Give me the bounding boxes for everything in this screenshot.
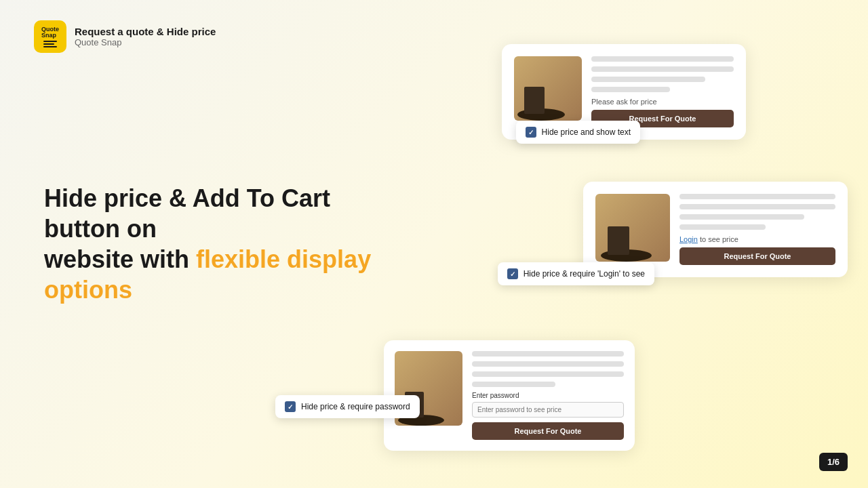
tooltip3-label: Hide price & require password bbox=[301, 402, 410, 411]
card1-price-text: Please ask for price bbox=[591, 98, 734, 106]
skeleton-line bbox=[472, 382, 555, 387]
card1-content: Please ask for price Request For Quote bbox=[591, 56, 734, 127]
skeleton-line bbox=[679, 214, 804, 220]
card1-product-image bbox=[514, 56, 582, 121]
app-subtitle: Quote Snap bbox=[75, 37, 216, 47]
skeleton-line bbox=[679, 224, 766, 230]
headline-line2-plain: website with bbox=[44, 245, 196, 273]
tooltip-hide-price-text: Hide price and show text bbox=[516, 121, 640, 144]
logo-line bbox=[43, 43, 54, 45]
app-logo: QuoteSnap bbox=[34, 20, 66, 53]
card3-password-input[interactable] bbox=[472, 402, 624, 418]
card3-enter-pwd-label: Enter password bbox=[472, 392, 624, 399]
app-header: QuoteSnap Request a quote & Hide price Q… bbox=[34, 20, 216, 53]
skeleton-line bbox=[472, 361, 624, 367]
headline-line1: Hide price & Add To Cart button on bbox=[44, 184, 330, 243]
checkbox-checked-icon bbox=[285, 401, 296, 412]
page-indicator: 1/6 bbox=[819, 453, 848, 471]
logo-icon bbox=[43, 41, 57, 47]
checkbox-checked-icon bbox=[526, 127, 536, 138]
skeleton-line bbox=[679, 194, 835, 199]
card2-login-text: Login to see price bbox=[679, 235, 835, 243]
tooltip-hide-price-login: Hide price & require 'Login' to see bbox=[498, 262, 654, 285]
skeleton-line bbox=[591, 87, 670, 92]
app-name-block: Request a quote & Hide price Quote Snap bbox=[75, 26, 216, 47]
main-headline: Hide price & Add To Cart button on websi… bbox=[44, 183, 383, 305]
checkbox-checked-icon bbox=[507, 268, 518, 279]
skeleton-line bbox=[472, 371, 624, 377]
skeleton-line bbox=[591, 66, 734, 72]
card2-request-button[interactable]: Request For Quote bbox=[679, 247, 835, 265]
card3-request-button[interactable]: Request For Quote bbox=[472, 422, 624, 440]
skeleton-line bbox=[679, 204, 835, 209]
tooltip2-label: Hide price & require 'Login' to see bbox=[524, 269, 645, 279]
card-hide-price-password: Enter password Request For Quote bbox=[384, 340, 635, 451]
card2-product-image bbox=[595, 194, 670, 262]
logo-line bbox=[43, 46, 57, 47]
login-link[interactable]: Login bbox=[679, 235, 698, 243]
app-title: Request a quote & Hide price bbox=[75, 26, 216, 37]
skeleton-line bbox=[591, 56, 734, 62]
login-suffix: to see price bbox=[698, 235, 738, 243]
logo-text: QuoteSnap bbox=[41, 26, 59, 39]
tooltip-hide-price-password: Hide price & require password bbox=[275, 395, 420, 418]
skeleton-line bbox=[591, 77, 705, 82]
card2-content: Login to see price Request For Quote bbox=[679, 194, 835, 265]
tooltip1-label: Hide price and show text bbox=[542, 127, 631, 137]
headline-text: Hide price & Add To Cart button on websi… bbox=[44, 183, 383, 305]
skeleton-line bbox=[472, 351, 624, 357]
logo-line bbox=[43, 41, 57, 42]
card3-content: Enter password Request For Quote bbox=[472, 351, 624, 440]
